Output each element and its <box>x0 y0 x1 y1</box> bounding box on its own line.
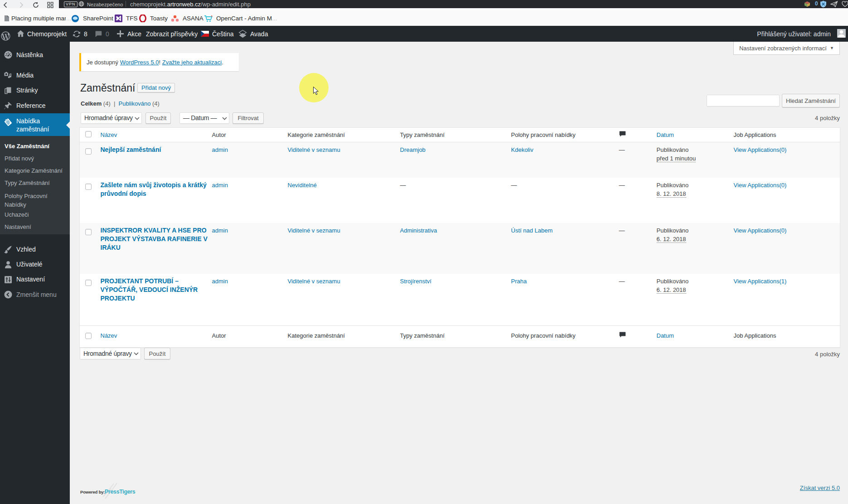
svg-text:PressTigers: PressTigers <box>105 489 136 495</box>
